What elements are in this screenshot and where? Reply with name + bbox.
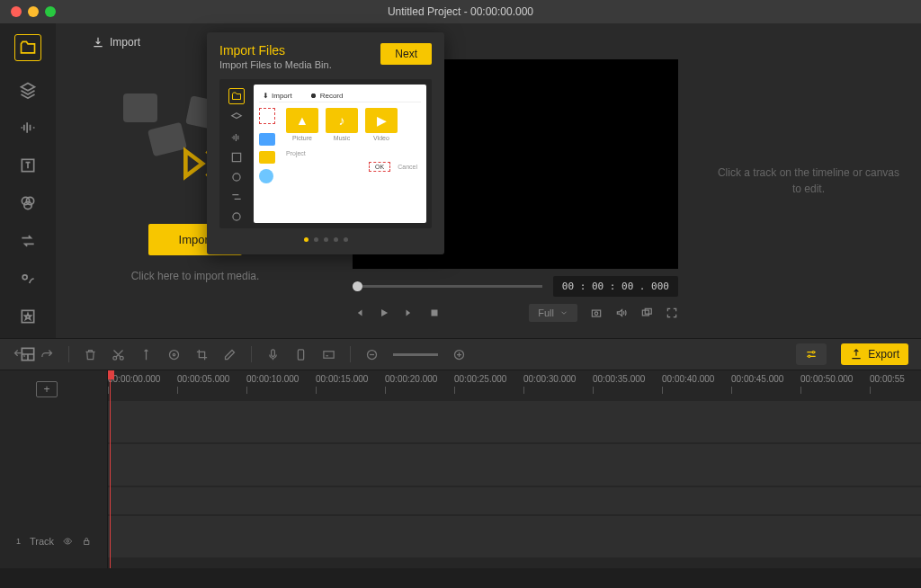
volume-icon[interactable] <box>615 307 628 319</box>
popup-thumb-video: ▶Video <box>365 108 398 141</box>
sidebar-audio-icon[interactable] <box>18 119 38 137</box>
playhead[interactable] <box>110 370 111 568</box>
svg-point-22 <box>809 355 810 357</box>
detach-icon[interactable] <box>640 307 653 319</box>
track-row[interactable] <box>108 401 921 442</box>
mini-transitions-icon <box>230 191 243 203</box>
popup-dot[interactable] <box>304 237 308 242</box>
prev-frame-icon[interactable] <box>353 307 365 319</box>
crop-icon[interactable] <box>195 348 209 361</box>
sidebar-layers-icon[interactable] <box>18 81 38 99</box>
undo-icon[interactable] <box>13 348 26 361</box>
ruler-tick: 00:00:55 <box>870 374 905 384</box>
timeline-tracks-area[interactable]: 00:00:00.00000:00:05.00000:00:10.00000:0… <box>108 370 921 568</box>
ruler-tick: 00:00:00.000 <box>108 374 160 384</box>
scrub-row: 00 : 00 : 00 . 000 <box>353 276 678 297</box>
window-controls <box>0 6 56 17</box>
device-icon[interactable] <box>294 348 308 361</box>
sidebar-elements-icon[interactable] <box>18 270 38 288</box>
popup-dot[interactable] <box>314 237 318 242</box>
popup-pagination <box>219 237 432 242</box>
maximize-window-button[interactable] <box>45 6 56 17</box>
popup-illustration: ⬇ Import ⏺ Record ▲Picture ♪Music ▶Video <box>219 79 432 228</box>
zoom-slider[interactable] <box>393 353 438 356</box>
redo-icon[interactable] <box>40 348 54 361</box>
popup-dot[interactable] <box>344 237 348 242</box>
chevron-down-icon <box>559 308 568 317</box>
svg-point-4 <box>22 275 27 280</box>
mini-elements-icon <box>230 210 243 223</box>
export-button[interactable]: Export <box>841 343 908 365</box>
sidebar-filters-icon[interactable] <box>18 194 38 212</box>
popup-next-button[interactable]: Next <box>380 43 432 65</box>
ruler-tick: 00:00:45.000 <box>731 374 783 384</box>
svg-rect-17 <box>298 349 303 359</box>
svg-point-15 <box>173 353 175 356</box>
edit-icon[interactable] <box>223 348 237 361</box>
popup-dash-indicator <box>259 108 275 124</box>
svg-point-9 <box>595 312 598 316</box>
sidebar-transitions-icon[interactable] <box>18 232 38 250</box>
track-name: Track <box>30 536 54 547</box>
caption-icon[interactable] <box>322 348 335 361</box>
mini-desktop-icon <box>259 133 275 146</box>
sidebar-media-icon[interactable] <box>14 34 41 61</box>
preview-size-select[interactable]: Full <box>529 304 577 322</box>
ruler-tick: 00:00:15.000 <box>316 374 368 384</box>
onboarding-popup: Import Files Import Files to Media Bin. … <box>207 32 444 254</box>
svg-rect-24 <box>84 541 88 545</box>
track-header: 1 Track <box>0 530 107 552</box>
tracks <box>108 401 921 557</box>
snapshot-icon[interactable] <box>590 307 603 319</box>
scrub-handle[interactable] <box>353 281 362 291</box>
import-link[interactable]: Import <box>92 36 140 49</box>
timeline-settings-button[interactable] <box>796 343 827 365</box>
popup-project-label: Project <box>286 150 421 156</box>
export-icon <box>850 348 863 361</box>
sidebar-text-icon[interactable] <box>18 156 38 174</box>
visibility-icon[interactable] <box>63 536 72 547</box>
mini-cloud-icon <box>259 169 273 183</box>
zoom-out-icon[interactable] <box>365 348 379 361</box>
media-hint: Click here to import media. <box>131 270 260 282</box>
close-window-button[interactable] <box>11 6 22 17</box>
marker-icon[interactable] <box>167 348 181 361</box>
ruler-tick: 00:00:50.000 <box>800 374 853 384</box>
track-row[interactable] <box>108 516 921 557</box>
popup-cancel-label: Cancel <box>394 163 421 171</box>
play-icon[interactable] <box>378 307 390 319</box>
split-icon[interactable] <box>139 348 153 361</box>
timeline-ruler[interactable]: 00:00:00.00000:00:05.00000:00:10.00000:0… <box>108 370 921 397</box>
track-row[interactable] <box>108 487 921 514</box>
timecode-display: 00 : 00 : 00 . 000 <box>553 276 678 297</box>
svg-point-26 <box>233 174 240 181</box>
svg-rect-8 <box>592 310 600 316</box>
svg-rect-16 <box>272 349 275 356</box>
minimize-window-button[interactable] <box>28 6 39 17</box>
scrub-bar[interactable] <box>353 285 542 288</box>
track-row[interactable] <box>108 444 921 486</box>
svg-point-27 <box>233 213 240 220</box>
sliders-icon <box>805 348 818 361</box>
popup-subtitle: Import Files to Media Bin. <box>219 59 332 70</box>
transport: 00 : 00 : 00 . 000 Full <box>353 269 678 329</box>
ruler-tick: 00:00:35.000 <box>593 374 645 384</box>
add-track-button[interactable]: + <box>36 381 58 397</box>
timeline-left: + 1 Track <box>0 370 108 568</box>
lock-icon[interactable] <box>82 536 91 547</box>
svg-point-21 <box>812 352 814 353</box>
mini-filters-icon <box>230 171 243 183</box>
zoom-in-icon[interactable] <box>452 348 466 361</box>
preview-size-label: Full <box>538 307 554 318</box>
cut-icon[interactable] <box>112 348 125 361</box>
ruler-tick: 00:00:25.000 <box>454 374 506 384</box>
sidebar-favorites-icon[interactable] <box>18 307 38 325</box>
fullscreen-icon[interactable] <box>666 307 678 319</box>
popup-dot[interactable] <box>324 237 328 242</box>
next-frame-icon[interactable] <box>403 307 416 319</box>
mini-folder-icon <box>259 151 275 164</box>
stop-icon[interactable] <box>428 307 441 319</box>
popup-dot[interactable] <box>334 237 338 242</box>
delete-icon[interactable] <box>84 348 97 361</box>
mic-icon[interactable] <box>266 348 280 361</box>
